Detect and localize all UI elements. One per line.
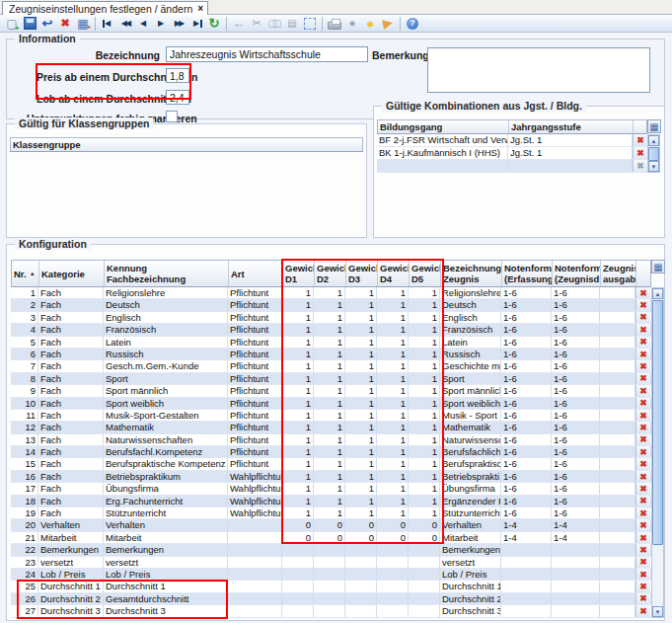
konfig-column-header[interactable]: Gewicht D5	[410, 261, 441, 286]
konfig-column-header[interactable]: Bezeichnung Zeugnis	[441, 261, 502, 286]
table-row[interactable]: 1FachReligionslehrePflichtunt11111Religi…	[11, 287, 651, 299]
delete-row-icon[interactable]: ✖	[635, 507, 650, 518]
konfig-column-header[interactable]: Kategorie	[39, 261, 105, 286]
scroll-thumb[interactable]	[652, 300, 663, 545]
delete-row-icon[interactable]: ✖	[635, 496, 650, 506]
hint-bulb-icon[interactable]: ●	[362, 16, 379, 32]
table-row[interactable]: 14FachBerufsfachl.KompetenzPflichtunt111…	[11, 446, 651, 458]
table-row[interactable]: 20VerhaltenVerhalten00000Verhalten1-41-4…	[11, 519, 651, 531]
new-document-icon[interactable]: ▢+	[4, 16, 21, 32]
table-row[interactable]: 15FachBerufspraktische KompetenzPflichtu…	[11, 458, 651, 470]
unterpunktungen-checkbox[interactable]	[166, 111, 178, 122]
nav-next-icon[interactable]: ▶	[153, 16, 170, 32]
delete-row-icon[interactable]: ✖	[635, 312, 650, 323]
konfig-column-header[interactable]: Gewicht D4	[378, 261, 410, 286]
table-row[interactable]: 3FachEnglischPflichtunt11111Englisch1-61…	[11, 312, 651, 324]
table-row[interactable]: 11FachMusik-Sport-GestaltenPflichtunt111…	[11, 410, 651, 422]
konfig-column-header[interactable]: Zeugnis- ausgabe	[601, 261, 636, 286]
konfiguration-scrollbar[interactable]: ▲ ▼	[651, 287, 664, 618]
bemerkung-textarea[interactable]	[427, 47, 650, 93]
jahrgangsstufe-column-header[interactable]: Jahrgangsstufe	[509, 120, 634, 133]
copy-icon[interactable]: ▢▢	[266, 16, 283, 32]
nav-fast-next-icon[interactable]: ▶▶	[171, 16, 187, 32]
delete-row-icon[interactable]: ✖	[635, 434, 650, 445]
delete-row-icon[interactable]: ✖	[635, 349, 650, 359]
delete-row-icon[interactable]: ✖	[635, 593, 650, 604]
refresh-icon[interactable]: ↻	[206, 16, 223, 32]
kombinationen-column-chooser-icon[interactable]: ▦	[647, 119, 661, 133]
nav-prev-icon[interactable]: ◀	[135, 16, 152, 32]
delete-row-icon[interactable]: ✖	[633, 147, 647, 159]
save-icon[interactable]	[22, 16, 38, 32]
nav-first-icon[interactable]: ◀	[100, 16, 116, 32]
table-row[interactable]: 17FachÜbungsfirmaWahlpflichtunt11111Übun…	[11, 483, 651, 495]
delete-row-icon[interactable]: ✖	[635, 337, 650, 348]
delete-row-icon[interactable]: ✖	[635, 532, 650, 543]
table-row[interactable]: BK 1-j.Kaufmännisch I (HHS)Jg.St. 1✖	[377, 147, 647, 160]
delete-row-icon[interactable]: ✖	[635, 287, 650, 298]
delete-row-icon[interactable]: ✖	[635, 324, 650, 335]
kombinationen-scrollbar[interactable]: ▲ ▼	[647, 134, 660, 173]
table-row[interactable]: 7FachGesch.m.Gem.-KundePflichtunt11111Ge…	[11, 360, 651, 372]
table-row[interactable]: 26Durchschnitt 2GesamtdurchschnittDurchs…	[11, 593, 651, 605]
delete-icon[interactable]: ✖	[57, 16, 74, 32]
table-row[interactable]: 27Durchschnitt 3Durchschnitt 3Durchschni…	[11, 605, 651, 617]
delete-row-icon[interactable]: ✖	[635, 519, 650, 530]
konfig-column-header[interactable]: Art	[229, 261, 283, 286]
back-arrow-icon[interactable]: ←	[231, 16, 248, 32]
delete-row-icon[interactable]: ✖	[635, 544, 650, 555]
announce-horn-icon[interactable]	[380, 16, 397, 32]
tab-close-icon[interactable]: ×	[197, 3, 203, 14]
table-row-empty[interactable]: ✖	[377, 160, 647, 173]
konfig-column-header[interactable]: Notenformat (Zeugnisdruck)	[553, 261, 601, 286]
table-row[interactable]: 8FachSportPflichtunt11111Sport1-61-6✖	[11, 373, 651, 385]
scroll-up-icon[interactable]: ▲	[648, 135, 659, 146]
delete-row-icon[interactable]: ✖	[635, 299, 650, 310]
konfig-column-header[interactable]: Gewicht D2	[315, 261, 346, 286]
delete-row-icon[interactable]: ✖	[635, 373, 650, 384]
help-icon[interactable]: ?	[405, 16, 421, 32]
table-row[interactable]: 23versetztversetztversetzt✖	[11, 557, 651, 569]
konfig-column-header[interactable]: Nr.▲	[12, 261, 39, 286]
table-row[interactable]: 4FachFranzösischPflichtunt11111Französis…	[11, 324, 651, 336]
table-row[interactable]: 10FachSport weiblichPflichtunt11111Sport…	[11, 398, 651, 410]
scroll-thumb[interactable]	[648, 147, 659, 161]
delete-row-icon[interactable]: ✖	[635, 446, 650, 457]
delete-row-icon[interactable]: ✖	[635, 410, 650, 421]
delete-row-icon[interactable]: ✖	[635, 458, 650, 469]
preis-input[interactable]	[166, 68, 189, 83]
delete-row-icon[interactable]: ✖	[635, 557, 650, 568]
nav-fast-prev-icon[interactable]: ◀◀	[117, 16, 134, 32]
bezeichnung-input[interactable]	[166, 46, 368, 62]
tab-zeugniseinstellungen[interactable]: Zeugniseinstellungen festlegen / ändern …	[2, 1, 208, 15]
table-row[interactable]: 13FachNaturwissenschaftenPflichtunt11111…	[11, 434, 651, 446]
delete-row-icon[interactable]: ✖	[635, 483, 650, 494]
table-row[interactable]: 6FachRussischPflichtunt11111Russisch1-61…	[11, 349, 651, 360]
konfig-column-header[interactable]: Gewicht D3	[346, 261, 378, 286]
table-row[interactable]: 12FachMathematikPflichtunt11111Mathemati…	[11, 422, 651, 433]
table-row[interactable]: BF 2-j.FSR Wirtschaft und Verwaltu...Jg.…	[377, 134, 647, 147]
delete-row-icon[interactable]: ✖	[635, 422, 650, 432]
table-row[interactable]: 24Lob / PreisLob / PreisLob / Preis✖	[11, 569, 651, 581]
delete-row-icon[interactable]: ✖	[635, 398, 650, 409]
table-row[interactable]: 18FachErg.FachunterrichtWahlpflichtunt11…	[11, 496, 651, 507]
table-row[interactable]: 16FachBetriebspraktikumWahlpflichtunt111…	[11, 471, 651, 483]
konfig-column-header[interactable]: Kennung Fachbezeichnung	[105, 261, 229, 286]
table-row[interactable]: 21MitarbeitMitarbeit00000Mitarbeit1-41-4…	[11, 532, 651, 544]
undo-icon[interactable]: ↩	[39, 16, 56, 32]
delete-row-icon[interactable]: ✖	[635, 569, 650, 580]
delete-row-icon[interactable]: ✖	[635, 581, 650, 591]
delete-row-icon[interactable]: ✖	[635, 471, 650, 482]
konfig-column-header[interactable]: Notenformat (Erfassung)	[502, 261, 553, 286]
delete-row-icon[interactable]: ✖	[635, 605, 650, 616]
scroll-down-icon[interactable]: ▼	[648, 161, 659, 172]
cut-icon[interactable]: ✂	[249, 16, 265, 32]
scroll-up-icon[interactable]: ▲	[652, 288, 663, 299]
lob-input[interactable]	[166, 90, 189, 105]
table-row[interactable]: 5FachLateinPflichtunt11111Latein1-61-6✖	[11, 337, 651, 349]
table-row[interactable]: 22BemerkungenBemerkungenBemerkungen✖	[11, 544, 651, 556]
table-row[interactable]: 9FachSport männlichPflichtunt11111Sport …	[11, 385, 651, 397]
table-row[interactable]: 25Durchschnitt 1Durchschnitt 1Durchschni…	[11, 581, 651, 592]
bildungsgang-column-header[interactable]: Bildungsgang	[378, 120, 509, 133]
delete-row-icon[interactable]: ✖	[635, 360, 650, 371]
